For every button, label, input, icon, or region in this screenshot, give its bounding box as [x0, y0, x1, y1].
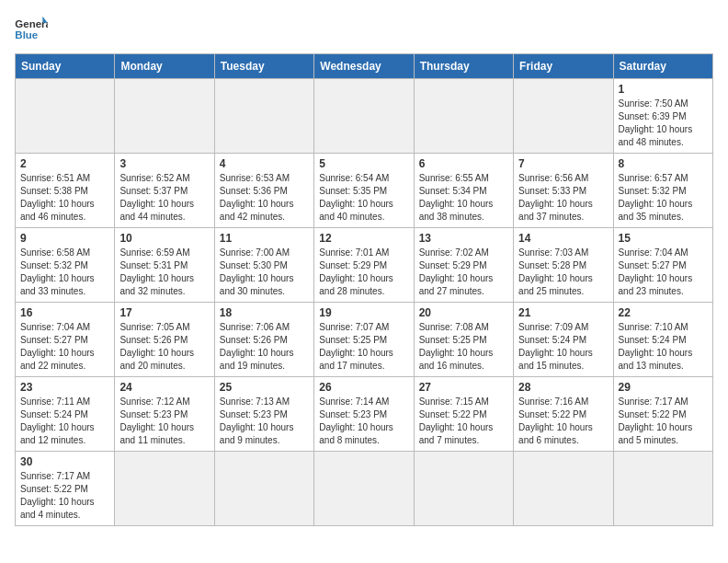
day-info: Sunrise: 6:51 AM Sunset: 5:38 PM Dayligh…: [20, 172, 109, 224]
day-info: Sunrise: 7:03 AM Sunset: 5:28 PM Dayligh…: [518, 247, 608, 298]
calendar-cell: [214, 452, 313, 526]
day-info: Sunrise: 7:10 AM Sunset: 5:24 PM Dayligh…: [619, 321, 708, 373]
calendar-cell: 30Sunrise: 7:17 AM Sunset: 5:22 PM Dayli…: [16, 452, 115, 526]
day-number: 9: [20, 232, 109, 245]
calendar-cell: 2Sunrise: 6:51 AM Sunset: 5:38 PM Daylig…: [16, 154, 115, 228]
calendar-cell: 18Sunrise: 7:06 AM Sunset: 5:26 PM Dayli…: [214, 303, 313, 377]
day-info: Sunrise: 7:13 AM Sunset: 5:23 PM Dayligh…: [220, 396, 309, 447]
day-info: Sunrise: 6:52 AM Sunset: 5:37 PM Dayligh…: [119, 172, 209, 224]
day-info: Sunrise: 7:04 AM Sunset: 5:27 PM Dayligh…: [619, 247, 708, 298]
day-info: Sunrise: 7:15 AM Sunset: 5:22 PM Dayligh…: [419, 396, 508, 447]
day-number: 14: [518, 232, 608, 245]
day-number: 2: [20, 157, 109, 170]
day-number: 5: [319, 157, 408, 170]
day-number: 26: [319, 381, 408, 394]
calendar-cell: [414, 452, 513, 526]
calendar-cell: 28Sunrise: 7:16 AM Sunset: 5:22 PM Dayli…: [514, 377, 613, 452]
calendar-cell: [414, 79, 513, 154]
calendar-cell: [115, 452, 214, 526]
day-info: Sunrise: 7:14 AM Sunset: 5:23 PM Dayligh…: [319, 396, 408, 447]
day-number: 19: [319, 306, 408, 319]
calendar-cell: 19Sunrise: 7:07 AM Sunset: 5:25 PM Dayli…: [314, 303, 414, 377]
day-number: 29: [619, 381, 708, 394]
calendar-cell: [314, 79, 414, 154]
weekday-header-monday: Monday: [115, 54, 214, 79]
day-number: 24: [119, 381, 209, 394]
day-number: 3: [119, 157, 209, 170]
day-number: 6: [419, 157, 508, 170]
day-number: 30: [20, 455, 109, 468]
day-number: 12: [319, 232, 408, 245]
weekday-header-friday: Friday: [514, 54, 613, 79]
day-info: Sunrise: 6:59 AM Sunset: 5:31 PM Dayligh…: [119, 247, 209, 298]
calendar-cell: 9Sunrise: 6:58 AM Sunset: 5:32 PM Daylig…: [16, 228, 115, 303]
calendar-cell: 20Sunrise: 7:08 AM Sunset: 5:25 PM Dayli…: [414, 303, 513, 377]
calendar-cell: 25Sunrise: 7:13 AM Sunset: 5:23 PM Dayli…: [214, 377, 313, 452]
day-info: Sunrise: 7:04 AM Sunset: 5:27 PM Dayligh…: [20, 321, 109, 373]
calendar-cell: 7Sunrise: 6:56 AM Sunset: 5:33 PM Daylig…: [514, 154, 613, 228]
day-info: Sunrise: 6:55 AM Sunset: 5:34 PM Dayligh…: [419, 172, 508, 224]
day-info: Sunrise: 7:07 AM Sunset: 5:25 PM Dayligh…: [319, 321, 408, 373]
weekday-header-saturday: Saturday: [613, 54, 712, 79]
calendar-cell: 8Sunrise: 6:57 AM Sunset: 5:32 PM Daylig…: [613, 154, 712, 228]
day-info: Sunrise: 7:00 AM Sunset: 5:30 PM Dayligh…: [220, 247, 309, 298]
calendar-week-row: 30Sunrise: 7:17 AM Sunset: 5:22 PM Dayli…: [16, 452, 713, 526]
calendar-cell: 12Sunrise: 7:01 AM Sunset: 5:29 PM Dayli…: [314, 228, 414, 303]
calendar-cell: 15Sunrise: 7:04 AM Sunset: 5:27 PM Dayli…: [613, 228, 712, 303]
day-info: Sunrise: 6:58 AM Sunset: 5:32 PM Dayligh…: [20, 247, 109, 298]
logo: General Blue: [15, 15, 48, 42]
calendar-cell: 23Sunrise: 7:11 AM Sunset: 5:24 PM Dayli…: [16, 377, 115, 452]
calendar-cell: 1Sunrise: 7:50 AM Sunset: 6:39 PM Daylig…: [613, 79, 712, 154]
calendar-cell: 3Sunrise: 6:52 AM Sunset: 5:37 PM Daylig…: [115, 154, 214, 228]
calendar-cell: 21Sunrise: 7:09 AM Sunset: 5:24 PM Dayli…: [514, 303, 613, 377]
day-number: 25: [220, 381, 309, 394]
calendar-cell: 29Sunrise: 7:17 AM Sunset: 5:22 PM Dayli…: [613, 377, 712, 452]
day-info: Sunrise: 7:02 AM Sunset: 5:29 PM Dayligh…: [419, 247, 508, 298]
calendar-cell: 11Sunrise: 7:00 AM Sunset: 5:30 PM Dayli…: [214, 228, 313, 303]
day-info: Sunrise: 7:05 AM Sunset: 5:26 PM Dayligh…: [119, 321, 209, 373]
calendar-cell: 10Sunrise: 6:59 AM Sunset: 5:31 PM Dayli…: [115, 228, 214, 303]
day-info: Sunrise: 6:54 AM Sunset: 5:35 PM Dayligh…: [319, 172, 408, 224]
calendar-week-row: 23Sunrise: 7:11 AM Sunset: 5:24 PM Dayli…: [16, 377, 713, 452]
calendar-cell: [514, 452, 613, 526]
day-info: Sunrise: 7:17 AM Sunset: 5:22 PM Dayligh…: [619, 396, 708, 447]
header: General Blue: [15, 15, 713, 42]
calendar-cell: 17Sunrise: 7:05 AM Sunset: 5:26 PM Dayli…: [115, 303, 214, 377]
calendar-cell: 16Sunrise: 7:04 AM Sunset: 5:27 PM Dayli…: [16, 303, 115, 377]
day-number: 13: [419, 232, 508, 245]
calendar-cell: [115, 79, 214, 154]
calendar-cell: 5Sunrise: 6:54 AM Sunset: 5:35 PM Daylig…: [314, 154, 414, 228]
day-number: 11: [220, 232, 309, 245]
weekday-header-tuesday: Tuesday: [214, 54, 313, 79]
calendar-week-row: 16Sunrise: 7:04 AM Sunset: 5:27 PM Dayli…: [16, 303, 713, 377]
day-number: 1: [619, 83, 708, 96]
day-info: Sunrise: 7:11 AM Sunset: 5:24 PM Dayligh…: [20, 396, 109, 447]
day-info: Sunrise: 7:09 AM Sunset: 5:24 PM Dayligh…: [518, 321, 608, 373]
day-number: 8: [619, 157, 708, 170]
day-info: Sunrise: 7:01 AM Sunset: 5:29 PM Dayligh…: [319, 247, 408, 298]
calendar-cell: 26Sunrise: 7:14 AM Sunset: 5:23 PM Dayli…: [314, 377, 414, 452]
day-number: 4: [220, 157, 309, 170]
day-info: Sunrise: 7:50 AM Sunset: 6:39 PM Dayligh…: [619, 98, 708, 149]
day-number: 20: [419, 306, 508, 319]
calendar-cell: 13Sunrise: 7:02 AM Sunset: 5:29 PM Dayli…: [414, 228, 513, 303]
day-number: 17: [119, 306, 209, 319]
calendar-cell: 4Sunrise: 6:53 AM Sunset: 5:36 PM Daylig…: [214, 154, 313, 228]
day-info: Sunrise: 7:12 AM Sunset: 5:23 PM Dayligh…: [119, 396, 209, 447]
day-info: Sunrise: 7:16 AM Sunset: 5:22 PM Dayligh…: [518, 396, 608, 447]
day-number: 15: [619, 232, 708, 245]
day-number: 7: [518, 157, 608, 170]
calendar-week-row: 9Sunrise: 6:58 AM Sunset: 5:32 PM Daylig…: [16, 228, 713, 303]
calendar-week-row: 2Sunrise: 6:51 AM Sunset: 5:38 PM Daylig…: [16, 154, 713, 228]
calendar-cell: 24Sunrise: 7:12 AM Sunset: 5:23 PM Dayli…: [115, 377, 214, 452]
day-info: Sunrise: 7:06 AM Sunset: 5:26 PM Dayligh…: [220, 321, 309, 373]
calendar-cell: [613, 452, 712, 526]
day-number: 16: [20, 306, 109, 319]
calendar-cell: 14Sunrise: 7:03 AM Sunset: 5:28 PM Dayli…: [514, 228, 613, 303]
day-number: 28: [518, 381, 608, 394]
calendar-table: SundayMondayTuesdayWednesdayThursdayFrid…: [15, 53, 713, 526]
generalblue-logo-icon: General Blue: [15, 15, 48, 42]
calendar-cell: 6Sunrise: 6:55 AM Sunset: 5:34 PM Daylig…: [414, 154, 513, 228]
day-number: 27: [419, 381, 508, 394]
day-info: Sunrise: 6:53 AM Sunset: 5:36 PM Dayligh…: [220, 172, 309, 224]
